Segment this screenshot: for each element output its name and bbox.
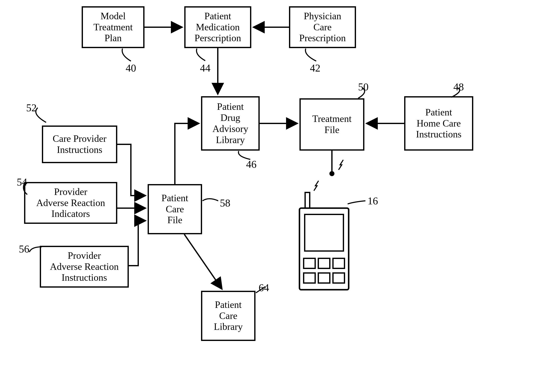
arrow-56-to-58 [129,221,146,266]
svg-rect-0 [305,193,310,208]
ref-58: 58 [220,198,230,208]
leader-52-icon [36,108,46,122]
ref-52: 52 [26,103,37,113]
box-label: ModelTreatmentPlan [93,11,133,44]
box-patient-care-library: PatientCareLibrary [201,291,255,341]
box-patient-care-file: PatientCareFile [148,184,202,234]
svg-rect-3 [304,258,315,268]
svg-rect-1 [300,208,349,290]
leader-42-icon [305,49,316,61]
box-label: PatientCareLibrary [214,299,243,333]
arrow-52-to-58 [117,144,146,196]
box-model-treatment-plan: ModelTreatmentPlan [82,6,145,48]
ref-48: 48 [453,82,464,92]
box-patient-home-care-instructions: PatientHome CareInstructions [404,96,473,151]
arrow-58-to-46 [175,123,199,184]
leader-46-icon [238,151,250,159]
box-treatment-file: TreatmentFile [300,98,364,151]
box-label: Care ProviderInstructions [53,133,107,155]
leader-44-icon [196,49,205,61]
svg-rect-7 [318,273,330,283]
leader-58-icon [203,199,218,201]
antenna-dot-icon [329,171,334,176]
box-patient-medication-prescription: PatientMedicationPerscription [184,6,251,48]
box-label: ProviderAdverse ReactionInstructions [50,250,119,283]
box-label: PhysicianCarePrescription [299,11,346,44]
ref-44: 44 [200,63,210,73]
ref-50: 50 [358,82,368,92]
ref-64: 64 [259,282,269,293]
box-care-provider-instructions: Care ProviderInstructions [42,126,117,163]
diagram-stage: ModelTreatmentPlan PatientMedicationPers… [0,0,543,392]
box-label: PatientMedicationPerscription [195,11,241,44]
box-label: PatientHome CareInstructions [416,107,461,140]
ref-56: 56 [19,244,29,254]
box-label: PatientDrugAdvisoryLibrary [212,101,248,146]
box-label: ProviderAdverse ReactionIndicators [36,186,105,220]
leader-40-icon [122,49,131,61]
svg-rect-4 [318,258,330,268]
box-provider-adverse-reaction-indicators: ProviderAdverse ReactionIndicators [24,182,117,224]
arrow-58-to-64 [184,234,222,289]
svg-rect-8 [333,273,345,283]
ref-46: 46 [246,159,256,169]
box-patient-drug-advisory-library: PatientDrugAdvisoryLibrary [201,96,260,151]
wireless-spark-bottom-icon [314,181,318,190]
box-physician-care-prescription: PhysicianCarePrescription [289,6,356,48]
ref-40: 40 [126,63,136,73]
ref-54: 54 [17,177,27,187]
svg-rect-6 [304,273,315,283]
box-provider-adverse-reaction-instructions: ProviderAdverse ReactionInstructions [40,246,129,288]
svg-rect-5 [333,258,345,268]
box-label: PatientCareFile [161,193,188,226]
box-label: TreatmentFile [312,113,351,136]
ref-42: 42 [310,63,320,73]
handheld-device-icon [300,193,349,290]
wireless-spark-top-icon [339,160,343,169]
svg-rect-2 [305,214,343,251]
ref-16: 16 [368,196,378,206]
leader-16-icon [348,201,365,204]
